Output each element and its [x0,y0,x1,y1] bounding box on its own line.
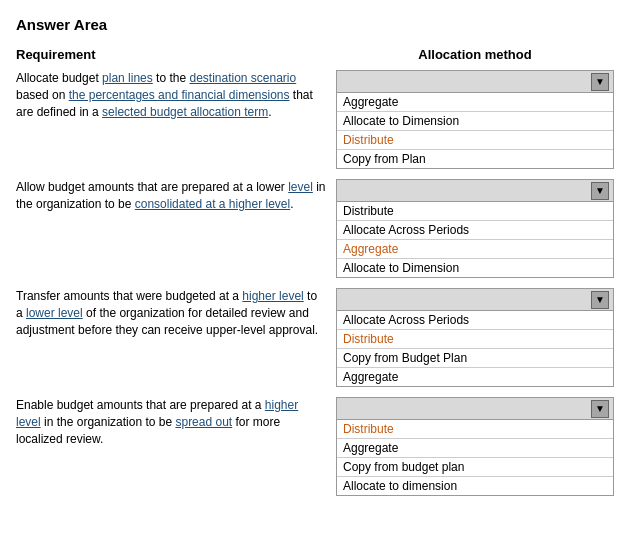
option-3-3[interactable]: Copy from Budget Plan [337,349,613,368]
allocation-cell-4: ▼DistributeAggregateCopy from budget pla… [336,397,614,496]
dropdown-bar-4: ▼ [337,398,613,420]
option-4-2[interactable]: Aggregate [337,439,613,458]
allocation-cell-3: ▼Allocate Across PeriodsDistributeCopy f… [336,288,614,387]
option-4-1[interactable]: Distribute [337,420,613,439]
table-header: Requirement Allocation method [16,47,614,62]
option-2-1[interactable]: Distribute [337,202,613,221]
dropdown-bar-1: ▼ [337,71,613,93]
option-3-4[interactable]: Aggregate [337,368,613,386]
dropdown-bar-3: ▼ [337,289,613,311]
option-1-3[interactable]: Distribute [337,131,613,150]
table-row-2: Allow budget amounts that are prepared a… [16,179,614,278]
allocation-cell-1: ▼AggregateAllocate to DimensionDistribut… [336,70,614,169]
requirement-cell-3: Transfer amounts that were budgeted at a… [16,288,336,338]
dropdown-arrow-3[interactable]: ▼ [591,291,609,309]
dropdown-arrow-1[interactable]: ▼ [591,73,609,91]
dropdown-arrow-4[interactable]: ▼ [591,400,609,418]
option-4-4[interactable]: Allocate to dimension [337,477,613,495]
requirement-header: Requirement [16,47,336,62]
requirement-cell-2: Allow budget amounts that are prepared a… [16,179,336,213]
requirement-cell-4: Enable budget amounts that are prepared … [16,397,336,447]
option-1-1[interactable]: Aggregate [337,93,613,112]
rows-container: Allocate budget plan lines to the destin… [16,70,614,496]
main-table: Requirement Allocation method Allocate b… [16,47,614,496]
option-4-3[interactable]: Copy from budget plan [337,458,613,477]
option-3-1[interactable]: Allocate Across Periods [337,311,613,330]
allocation-cell-2: ▼DistributeAllocate Across PeriodsAggreg… [336,179,614,278]
page-title: Answer Area [16,16,614,33]
requirement-cell-1: Allocate budget plan lines to the destin… [16,70,336,120]
option-2-4[interactable]: Allocate to Dimension [337,259,613,277]
option-1-4[interactable]: Copy from Plan [337,150,613,168]
option-2-3[interactable]: Aggregate [337,240,613,259]
dropdown-bar-2: ▼ [337,180,613,202]
option-2-2[interactable]: Allocate Across Periods [337,221,613,240]
table-row-3: Transfer amounts that were budgeted at a… [16,288,614,387]
option-3-2[interactable]: Distribute [337,330,613,349]
allocation-header: Allocation method [336,47,614,62]
dropdown-arrow-2[interactable]: ▼ [591,182,609,200]
option-1-2[interactable]: Allocate to Dimension [337,112,613,131]
table-row-4: Enable budget amounts that are prepared … [16,397,614,496]
table-row-1: Allocate budget plan lines to the destin… [16,70,614,169]
